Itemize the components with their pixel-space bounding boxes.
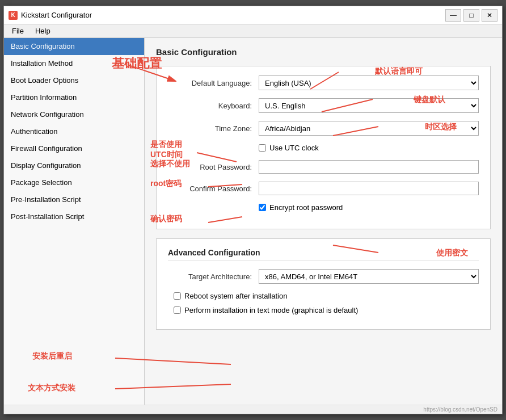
advanced-config-title: Advanced Configuration [168, 248, 479, 261]
text-mode-row: Perform installation in text mode (graph… [174, 306, 479, 314]
keyboard-label: Keyboard: [168, 102, 259, 110]
encrypt-checkbox-label: Encrypt root password [269, 203, 343, 212]
sidebar-item-partition-information[interactable]: Partition Information [4, 89, 144, 106]
sidebar-item-authentication[interactable]: Authentication [4, 123, 144, 140]
timezone-row: Time Zone: Africa/Abidjan [168, 121, 479, 136]
sidebar-item-display-configuration[interactable]: Display Configuration [4, 157, 144, 174]
utc-checkbox[interactable] [259, 144, 266, 152]
basic-config-title: Basic Configuration [156, 47, 491, 57]
minimize-button[interactable]: — [445, 9, 461, 22]
menu-file[interactable]: File [9, 26, 27, 36]
default-language-control: English (USA) [259, 75, 479, 90]
default-language-select[interactable]: English (USA) [259, 75, 479, 90]
timezone-select[interactable]: Africa/Abidjan [259, 121, 479, 136]
utc-row: Use UTC clock [168, 144, 479, 152]
confirm-password-input[interactable] [259, 182, 479, 195]
target-arch-label: Target Architecture: [168, 272, 259, 281]
encrypt-control: Encrypt root password [259, 203, 479, 212]
close-button[interactable]: ✕ [482, 9, 497, 22]
root-password-control [259, 160, 479, 174]
text-mode-checkbox[interactable] [174, 306, 181, 314]
default-language-row: Default Language: English (USA) [168, 75, 479, 90]
confirm-password-row: Confirm Password: [168, 182, 479, 195]
confirm-password-label: Confirm Password: [168, 184, 259, 193]
timezone-control: Africa/Abidjan [259, 121, 479, 136]
sidebar-item-installation-method[interactable]: Installation Method [4, 55, 144, 72]
reboot-label: Reboot system after installation [184, 292, 287, 300]
confirm-password-control [259, 182, 479, 195]
default-language-label: Default Language: [168, 79, 259, 87]
menu-help[interactable]: Help [32, 26, 54, 36]
app-icon: K [9, 11, 18, 20]
reboot-checkbox[interactable] [174, 292, 181, 300]
target-arch-row: Target Architecture: x86, AMD64, or Inte… [168, 269, 479, 284]
target-arch-select[interactable]: x86, AMD64, or Intel EM64T [259, 269, 479, 284]
utc-checkbox-label: Use UTC clock [269, 144, 319, 152]
target-arch-control: x86, AMD64, or Intel EM64T [259, 269, 479, 284]
sidebar-item-network-configuration[interactable]: Network Configuration [4, 106, 144, 123]
sidebar-item-package-selection[interactable]: Package Selection [4, 174, 144, 191]
keyboard-row: Keyboard: U.S. English [168, 98, 479, 113]
window-title: Kickstart Configurator [21, 11, 92, 19]
basic-config-form: Default Language: English (USA) Keyboard… [156, 66, 491, 229]
sidebar: Basic Configuration Installation Method … [4, 38, 145, 405]
keyboard-select[interactable]: U.S. English [259, 98, 479, 113]
sidebar-item-boot-loader-options[interactable]: Boot Loader Options [4, 72, 144, 89]
status-bar: https://blog.csdn.net/OpenSD [4, 405, 502, 414]
root-password-row: Root Password: [168, 160, 479, 174]
watermark: https://blog.csdn.net/OpenSD [4, 405, 502, 414]
sidebar-item-pre-installation-script[interactable]: Pre-Installation Script [4, 191, 144, 208]
encrypt-row: Encrypt root password [168, 203, 479, 212]
timezone-label: Time Zone: [168, 124, 259, 133]
root-password-label: Root Password: [168, 163, 259, 171]
title-bar: K Kickstart Configurator — □ ✕ [4, 6, 502, 24]
reboot-row: Reboot system after installation [174, 292, 479, 300]
sidebar-item-post-installation-script[interactable]: Post-Installation Script [4, 208, 144, 225]
application-window: K Kickstart Configurator — □ ✕ File Help… [3, 6, 503, 414]
root-password-input[interactable] [259, 160, 479, 174]
text-mode-label: Perform installation in text mode (graph… [184, 306, 358, 314]
sidebar-item-basic-configuration[interactable]: Basic Configuration [4, 38, 144, 55]
keyboard-control: U.S. English [259, 98, 479, 113]
title-bar-left: K Kickstart Configurator [9, 11, 92, 20]
encrypt-checkbox[interactable] [259, 204, 266, 211]
advanced-config-form: Advanced Configuration Target Architectu… [156, 238, 491, 330]
menu-bar: File Help [4, 24, 502, 38]
utc-control: Use UTC clock [259, 144, 479, 152]
title-controls: — □ ✕ [445, 9, 497, 22]
content-area: Basic Configuration Installation Method … [4, 38, 502, 405]
sidebar-item-firewall-configuration[interactable]: Firewall Configuration [4, 140, 144, 157]
main-panel: Basic Configuration Default Language: En… [145, 38, 502, 405]
maximize-button[interactable]: □ [463, 9, 479, 22]
